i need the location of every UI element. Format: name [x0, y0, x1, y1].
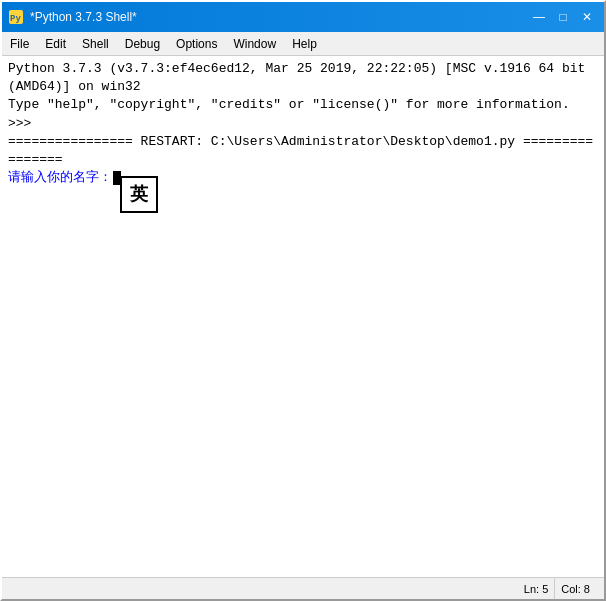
svg-text:Py: Py: [10, 14, 21, 24]
menu-options[interactable]: Options: [168, 32, 225, 55]
close-button[interactable]: ✕: [576, 7, 598, 27]
menu-shell[interactable]: Shell: [74, 32, 117, 55]
ime-char: 英: [130, 184, 148, 204]
shell-restart-line: ================ RESTART: C:\Users\Admin…: [8, 133, 598, 169]
shell-wrapper: Python 3.7.3 (v3.7.3:ef4ec6ed12, Mar 25 …: [2, 56, 604, 577]
status-col: Col: 8: [554, 578, 596, 599]
menu-edit[interactable]: Edit: [37, 32, 74, 55]
status-ln: Ln: 5: [518, 578, 554, 599]
menu-file[interactable]: File: [2, 32, 37, 55]
status-bar: Ln: 5 Col: 8: [2, 577, 604, 599]
shell-line-2: Type "help", "copyright", "credits" or "…: [8, 96, 598, 114]
python-icon: Py: [8, 9, 24, 25]
minimize-button[interactable]: —: [528, 7, 550, 27]
shell-content[interactable]: Python 3.7.3 (v3.7.3:ef4ec6ed12, Mar 25 …: [2, 56, 604, 577]
menu-window[interactable]: Window: [225, 32, 284, 55]
shell-prompt-text: 请输入你的名字：: [8, 169, 112, 187]
shell-line-1: Python 3.7.3 (v3.7.3:ef4ec6ed12, Mar 25 …: [8, 60, 598, 96]
maximize-button[interactable]: □: [552, 7, 574, 27]
shell-line-3: >>>: [8, 115, 598, 133]
title-bar: Py *Python 3.7.3 Shell* — □ ✕: [2, 2, 604, 32]
menu-help[interactable]: Help: [284, 32, 325, 55]
main-window: Py *Python 3.7.3 Shell* — □ ✕ File Edit …: [0, 0, 606, 601]
shell-prompt-line: 请输入你的名字：: [8, 169, 598, 187]
title-bar-left: Py *Python 3.7.3 Shell*: [8, 9, 137, 25]
window-title: *Python 3.7.3 Shell*: [30, 10, 137, 24]
menu-debug[interactable]: Debug: [117, 32, 168, 55]
ime-popup: 英: [120, 176, 158, 213]
menu-bar: File Edit Shell Debug Options Window Hel…: [2, 32, 604, 56]
title-bar-buttons: — □ ✕: [528, 7, 598, 27]
